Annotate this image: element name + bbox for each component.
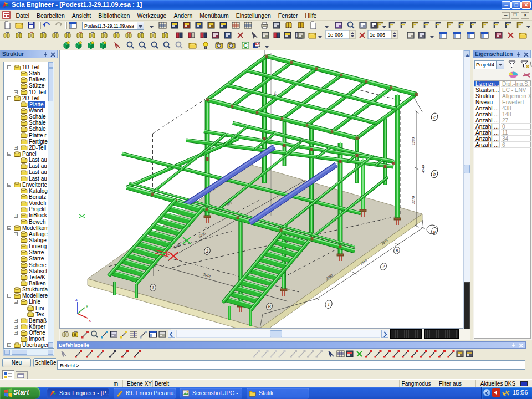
svg-text:C: C <box>243 42 248 49</box>
svg-text:1e-006: 1e-006 <box>370 32 385 38</box>
svg-text:2: 2 <box>382 264 385 269</box>
svg-text:2: 2 <box>206 249 208 254</box>
svg-text:c: c <box>433 115 436 120</box>
svg-text:B: B <box>268 304 271 309</box>
svg-text:y: y <box>86 303 88 308</box>
svg-text:4540: 4540 <box>421 165 426 173</box>
svg-text:2270: 2270 <box>411 196 416 204</box>
svg-text:1: 1 <box>152 285 154 290</box>
svg-text:1e-006: 1e-006 <box>328 32 343 38</box>
svg-text:2270: 2270 <box>411 137 416 146</box>
svg-text:x: x <box>89 318 91 323</box>
svg-text:B: B <box>396 248 398 253</box>
svg-text:z: z <box>75 297 78 302</box>
svg-text:b: b <box>433 172 436 177</box>
svg-text:1: 1 <box>328 302 330 307</box>
